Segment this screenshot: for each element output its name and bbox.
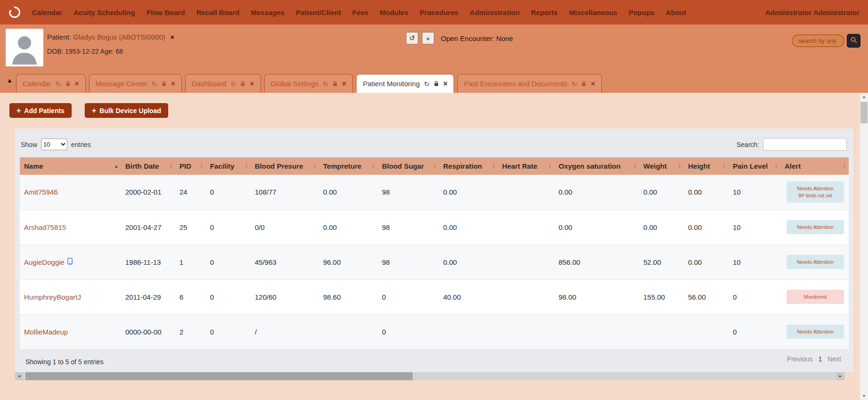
- nav-item-modules[interactable]: Modules: [380, 8, 408, 16]
- pagination-next[interactable]: Next: [827, 355, 841, 363]
- lock-icon[interactable]: [240, 81, 245, 87]
- nav-item-patient-client[interactable]: Patient/Client: [296, 8, 341, 16]
- horizontal-scrollbar[interactable]: ◄ ►: [15, 372, 844, 380]
- table-search-input[interactable]: [763, 138, 847, 151]
- column-header-oxygen-saturation[interactable]: Oxygen saturation▲▼: [554, 157, 639, 175]
- cell-pid: 6: [175, 279, 206, 314]
- table-controls: Show 10 entries Search:: [15, 129, 853, 157]
- column-header-alert[interactable]: Alert▲▼: [780, 157, 849, 175]
- tab-dashboard[interactable]: Dashboard ↻ ×: [185, 74, 260, 93]
- add-patients-button[interactable]: + Add Patients: [9, 103, 72, 118]
- page-length-select[interactable]: 10: [41, 139, 67, 150]
- tab-calendar[interactable]: Calendar ↻ ×: [16, 74, 86, 93]
- patient-row-link[interactable]: AugieDoggie: [24, 258, 65, 266]
- tab-message-center[interactable]: Message Center ↻ ×: [89, 74, 182, 93]
- cell-pain-level: 10: [729, 175, 780, 210]
- scroll-left-icon[interactable]: ◄: [15, 372, 23, 380]
- app-logo-icon[interactable]: [8, 6, 21, 18]
- nav-item-acuity-scheduling[interactable]: Acuity Scheduling: [73, 8, 135, 16]
- bulk-device-upload-button[interactable]: + Bulk Device Upload: [85, 103, 168, 118]
- column-header-birth-date[interactable]: Birth Date▲▼: [121, 157, 175, 175]
- table-row: Arshad75815 2001-04-27 25 0 0/0 0.00 98 …: [20, 210, 849, 245]
- close-patient-icon[interactable]: ×: [170, 33, 174, 41]
- scroll-up-icon[interactable]: ▲: [860, 93, 868, 101]
- nav-item-fees[interactable]: Fees: [352, 8, 368, 16]
- tab-global-settings[interactable]: Global Settings ↻ ×: [264, 74, 353, 93]
- current-user-label[interactable]: Administrator Administrator: [765, 8, 860, 16]
- patient-row-link[interactable]: Arshad75815: [24, 223, 66, 231]
- lock-icon[interactable]: [162, 81, 167, 87]
- table-info-text: Showing 1 to 5 of 5 entries: [25, 358, 104, 366]
- close-tab-icon[interactable]: ×: [591, 80, 595, 88]
- tab-patient-monitoring[interactable]: Patient Monitoring ↻ ×: [356, 74, 454, 93]
- nav-item-messages[interactable]: Messages: [251, 8, 284, 16]
- column-header-name[interactable]: Name▲: [20, 157, 121, 175]
- vertical-scrollbar-thumb[interactable]: [860, 102, 868, 123]
- close-tab-icon[interactable]: ×: [171, 80, 175, 88]
- table-row: HumphreyBogartJ 2011-04-29 6 0 120/60 98…: [20, 279, 849, 314]
- cell-blood-pressure: 0/0: [251, 210, 319, 245]
- column-header-height[interactable]: Height▲▼: [684, 157, 729, 175]
- sort-icon: ▲▼: [313, 163, 316, 170]
- refresh-icon[interactable]: ↻: [572, 81, 577, 87]
- refresh-icon[interactable]: ↻: [323, 81, 328, 87]
- tab-past-encounters-documents[interactable]: Past Encounters and Documents ↻ ×: [457, 74, 601, 93]
- scroll-down-icon[interactable]: ▼: [860, 392, 868, 400]
- patient-search-input[interactable]: [792, 34, 844, 47]
- nav-item-administration[interactable]: Administration: [470, 8, 520, 16]
- column-header-pid[interactable]: PID▲▼: [175, 157, 206, 175]
- column-header-pain-level[interactable]: Pain Level▲▼: [729, 157, 780, 175]
- patient-row-link[interactable]: HumphreyBogartJ: [24, 293, 81, 301]
- close-tab-icon[interactable]: ×: [342, 80, 346, 88]
- lock-icon[interactable]: [434, 81, 439, 87]
- patient-monitoring-card: Show 10 entries Search: Name▲: [15, 129, 853, 372]
- refresh-icon[interactable]: ↻: [424, 81, 430, 87]
- nav-item-flow-board[interactable]: Flow Board: [146, 8, 185, 16]
- encounter-history-button[interactable]: ↺: [406, 32, 418, 44]
- lock-icon[interactable]: [333, 81, 338, 87]
- column-header-blood-sugar[interactable]: Blood Sugar▲▼: [378, 157, 439, 175]
- column-header-facility[interactable]: Facility▲▼: [206, 157, 251, 175]
- nav-item-reports[interactable]: Reports: [531, 8, 558, 16]
- column-header-respiration[interactable]: Respiration▲▼: [439, 157, 498, 175]
- nav-item-recall-board[interactable]: Recall Board: [196, 8, 240, 16]
- sort-icon: ▲▼: [492, 163, 495, 170]
- cell-birth-date: 1986-11-13: [121, 245, 175, 279]
- cell-facility: 0: [206, 279, 251, 314]
- refresh-icon[interactable]: ↻: [230, 81, 236, 87]
- close-tab-icon[interactable]: ×: [75, 80, 79, 88]
- patient-name-link[interactable]: Gladys Bogus (ABOTSI0000): [73, 33, 165, 41]
- nav-item-calendar[interactable]: Calendar: [32, 8, 62, 16]
- close-tab-icon[interactable]: ×: [443, 80, 447, 88]
- patient-row-link[interactable]: Amit75946: [24, 188, 58, 196]
- close-tab-icon[interactable]: ×: [250, 80, 254, 88]
- history-icon: ↺: [409, 34, 415, 42]
- nav-item-popups[interactable]: Popups: [629, 8, 655, 16]
- pagination-previous[interactable]: Previous: [787, 355, 812, 363]
- column-header-weight[interactable]: Weight▲▼: [639, 157, 684, 175]
- patient-row-link[interactable]: MollieMadeup: [24, 328, 68, 336]
- refresh-icon[interactable]: ↻: [56, 81, 61, 87]
- cell-blood-sugar: 98: [378, 175, 439, 210]
- column-header-blood-pressure[interactable]: Blood Presure▲▼: [251, 157, 319, 175]
- patient-label: Patient:: [47, 33, 71, 41]
- tab-label: Patient Monitoring: [363, 80, 420, 88]
- nav-item-about[interactable]: About: [666, 8, 686, 16]
- cell-heart-rate: [498, 245, 554, 279]
- lock-icon[interactable]: [581, 81, 586, 87]
- horizontal-scrollbar-thumb[interactable]: [25, 372, 413, 380]
- pagination-page-1[interactable]: 1: [818, 355, 822, 363]
- patient-search-button[interactable]: [847, 34, 860, 48]
- device-icon[interactable]: [67, 258, 73, 266]
- cell-oxygen-saturation: [554, 314, 639, 349]
- column-header-heart-rate[interactable]: Heart Rate▲▼: [498, 157, 554, 175]
- nav-item-miscellaneous[interactable]: Miscellaneous: [569, 8, 617, 16]
- refresh-icon[interactable]: ↻: [152, 81, 157, 87]
- nav-item-procedures[interactable]: Procedures: [420, 8, 459, 16]
- collapse-tabs-icon[interactable]: ▲: [7, 77, 13, 84]
- scroll-right-icon[interactable]: ►: [836, 372, 844, 380]
- column-header-temperature[interactable]: Tempreture▲▼: [319, 157, 378, 175]
- vertical-scrollbar[interactable]: ▲ ▼: [860, 93, 868, 400]
- new-encounter-button[interactable]: +: [422, 32, 434, 44]
- lock-icon[interactable]: [65, 81, 71, 87]
